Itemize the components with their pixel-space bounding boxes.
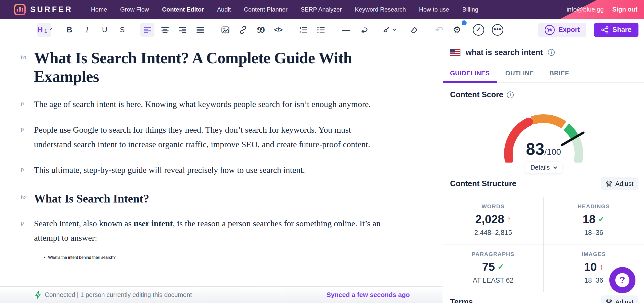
quote-icon: 99 — [257, 25, 264, 35]
metric-label: HEADINGS — [544, 203, 644, 210]
underline-button[interactable]: U — [98, 23, 112, 37]
info-icon[interactable]: i — [507, 91, 514, 98]
tab-guidelines[interactable]: GUIDELINES — [450, 70, 490, 77]
more-options-button[interactable]: ••• — [492, 24, 503, 36]
content-score-value: 83/100 — [486, 139, 601, 159]
surfer-logo-icon — [14, 4, 26, 15]
blockquote-button[interactable]: 99 — [254, 23, 268, 37]
us-flag-icon — [450, 49, 461, 56]
help-button[interactable]: ? — [609, 267, 635, 293]
document-block-p[interactable]: p The age of search intent is here. Know… — [34, 97, 389, 112]
heading-style-dropdown[interactable]: H1 — [37, 23, 51, 37]
share-label: Share — [613, 26, 631, 34]
justify-icon — [196, 26, 205, 34]
svg-text:2: 2 — [300, 31, 301, 34]
document-block-h1[interactable]: h1 What Is Search Intent? A Complete Gui… — [34, 49, 389, 86]
share-button[interactable]: Share — [594, 23, 638, 37]
share-icon — [601, 26, 609, 34]
document-editor[interactable]: h1 What Is Search Intent? A Complete Gui… — [0, 41, 443, 303]
metric-paragraphs: PARAGRAPHS 75✓ AT LEAST 62 — [443, 244, 544, 292]
clear-formatting-button[interactable] — [407, 23, 421, 37]
document-block-p[interactable]: p People use Google to search for things… — [34, 123, 389, 152]
tab-brief[interactable]: BRIEF — [549, 70, 569, 77]
score-details-divider: Details — [443, 162, 644, 174]
details-label: Details — [531, 164, 550, 171]
nav-item-billing[interactable]: Billing — [462, 6, 478, 13]
target-keyword: what is search intent — [466, 48, 543, 57]
format-painter-dropdown[interactable] — [382, 23, 396, 37]
sync-status[interactable]: Synced a few seconds ago — [327, 291, 410, 299]
chevron-down-icon — [50, 28, 52, 30]
align-right-icon — [178, 26, 187, 34]
align-center-icon — [161, 26, 169, 34]
align-left-button[interactable] — [140, 23, 154, 37]
underline-icon: U — [102, 26, 107, 34]
bullet-list-button[interactable] — [314, 23, 328, 37]
sliders-icon — [606, 180, 612, 187]
nav-item-grow-flow[interactable]: Grow Flow — [120, 6, 149, 13]
nav-item-how-to-use[interactable]: How to use — [419, 6, 449, 13]
content-score-gauge: 83/100 — [486, 100, 601, 164]
tab-outline[interactable]: OUTLINE — [505, 70, 534, 77]
sidebar-tabs: GUIDELINES OUTLINE BRIEF — [443, 64, 644, 83]
settings-button[interactable]: ⚙ — [449, 22, 465, 38]
nav-item-audit[interactable]: Audit — [217, 6, 231, 13]
image-icon — [221, 25, 230, 34]
justify-button[interactable] — [193, 23, 207, 37]
horizontal-rule-button[interactable]: — — [339, 23, 353, 37]
nav-item-keyword-research[interactable]: Keyword Research — [355, 6, 406, 13]
italic-button[interactable]: I — [80, 23, 94, 37]
paragraph-3: This ultimate, step-by-step guide will r… — [34, 163, 389, 177]
svg-text:1: 1 — [300, 26, 301, 29]
sliders-icon — [606, 299, 612, 303]
code-icon: </> — [274, 26, 282, 33]
adjust-structure-button[interactable]: Adjust — [601, 177, 638, 190]
metric-label: WORDS — [443, 203, 543, 210]
arrow-up-icon: ↑ — [599, 262, 603, 272]
bold-button[interactable]: B — [62, 23, 76, 37]
block-type-label: h1 — [21, 55, 27, 61]
code-block-button[interactable]: </> — [271, 23, 285, 37]
document-block-list[interactable]: What’s the intent behind their search? — [34, 255, 389, 260]
content-score-title: Content Score — [450, 90, 503, 99]
strikethrough-icon: S — [120, 26, 125, 34]
brand-name: SURFER — [30, 5, 73, 14]
return-arrow-icon — [359, 25, 368, 34]
adjust-label: Adjust — [615, 180, 633, 188]
document-block-h2[interactable]: h2 What Is Search Intent? — [34, 192, 389, 205]
article-title: What Is Search Intent? A Complete Guide … — [34, 49, 389, 86]
top-navigation: SURFER Home Grow Flow Content Editor Aud… — [0, 0, 644, 19]
strikethrough-button[interactable]: S — [115, 23, 129, 37]
nav-item-content-planner[interactable]: Content Planner — [244, 6, 288, 13]
info-icon[interactable]: i — [548, 49, 555, 56]
notification-dot — [462, 20, 467, 25]
adjust-terms-button[interactable]: Adjust — [601, 295, 638, 303]
align-center-button[interactable] — [158, 23, 172, 37]
block-type-label: p — [21, 220, 24, 226]
paragraph-4: Search intent, also known as user intent… — [34, 216, 389, 245]
ordered-list-icon: 12 — [299, 25, 308, 34]
metric-value: 10 — [584, 260, 597, 274]
approve-button[interactable]: ✓ — [473, 24, 484, 36]
keyword-header: what is search intent i — [443, 41, 644, 64]
metric-range: 18–36 — [544, 229, 644, 237]
check-icon: ✓ — [497, 262, 504, 272]
nav-item-content-editor[interactable]: Content Editor — [162, 6, 204, 13]
score-details-button[interactable]: Details — [525, 162, 562, 173]
surfer-logo[interactable]: SURFER — [14, 4, 73, 15]
ordered-list-button[interactable]: 12 — [296, 23, 310, 37]
page-break-button[interactable] — [357, 23, 371, 37]
nav-item-serp-analyzer[interactable]: SERP Analyzer — [301, 6, 342, 13]
horizontal-rule-icon: — — [342, 25, 350, 34]
document-block-p[interactable]: p This ultimate, step-by-step guide will… — [34, 163, 389, 177]
document-block-p[interactable]: p Search intent, also known as user inte… — [34, 216, 389, 245]
sign-out-button[interactable]: Sign out — [612, 6, 637, 13]
export-button[interactable]: W Export — [538, 23, 586, 37]
align-right-button[interactable] — [176, 23, 190, 37]
heading-level-label: 1 — [44, 28, 47, 34]
insert-image-button[interactable] — [218, 23, 232, 37]
bullet-list-icon — [316, 25, 326, 34]
insert-link-button[interactable] — [236, 23, 250, 37]
nav-item-home[interactable]: Home — [91, 6, 107, 13]
account-email: info@blue.gg — [567, 6, 604, 13]
